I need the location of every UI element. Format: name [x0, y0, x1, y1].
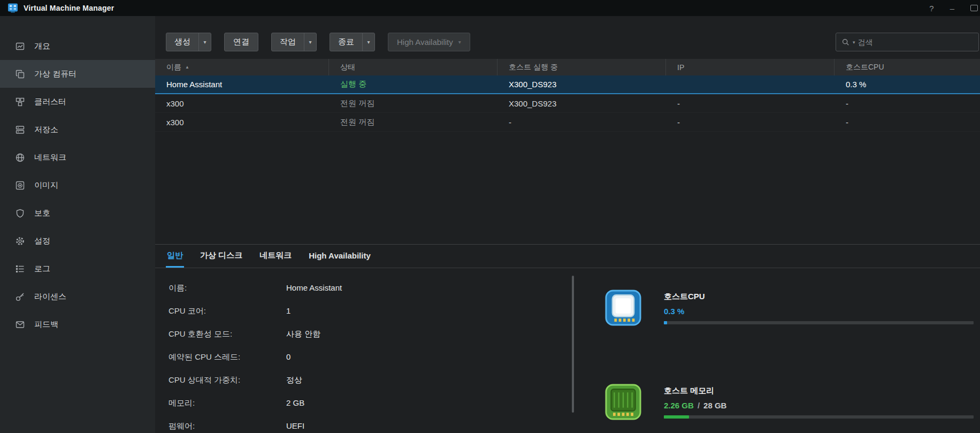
host-memory-progress-track: [664, 415, 974, 419]
sidebar-item-feedback[interactable]: 피드백: [0, 310, 155, 338]
table-header: 이름 ▲ 상태 호스트 실행 중 IP 호스트CPU: [155, 59, 980, 75]
table-row[interactable]: x300 전원 꺼짐 - - -: [155, 113, 980, 132]
search-scope-caret-icon[interactable]: ▾: [853, 40, 855, 45]
shutdown-button-label[interactable]: 종료: [330, 33, 362, 51]
table-row[interactable]: Home Assistant 실행 중 X300_DS923 0.3 %: [155, 75, 980, 94]
tab-network[interactable]: 네트워크: [258, 245, 293, 268]
sidebar-item-image[interactable]: 이미지: [0, 171, 155, 199]
sidebar-item-label: 클러스터: [34, 97, 66, 107]
topbar-actions: ? –: [929, 4, 973, 12]
field-reserved-cpu-threads: 예약된 CPU 스레드: 0: [169, 352, 559, 375]
sidebar-item-virtual-machine[interactable]: 가상 컴퓨터: [0, 60, 155, 88]
sidebar-item-overview[interactable]: 개요: [0, 32, 155, 60]
host-memory-card: 호스트 메모리 2.26 GB/28 GB: [603, 382, 974, 422]
host-memory-title: 호스트 메모리: [664, 386, 974, 396]
window-icon[interactable]: [970, 5, 978, 11]
sort-ascending-icon: ▲: [185, 65, 189, 70]
settings-icon: [15, 236, 25, 246]
high-availability-button-label: High Availability: [397, 37, 453, 47]
vm-host-cell: X300_DS923: [497, 75, 666, 93]
host-memory-progress-fill: [664, 415, 689, 419]
create-button[interactable]: 생성 ▾: [166, 33, 211, 51]
action-button-label[interactable]: 작업: [272, 33, 304, 51]
high-availability-caret-icon: ▾: [458, 39, 461, 45]
create-button-label[interactable]: 생성: [166, 33, 198, 51]
tab-high-availability[interactable]: High Availability: [308, 245, 372, 268]
tab-general[interactable]: 일반: [166, 245, 184, 268]
vm-name-cell: x300: [155, 113, 329, 131]
main-panel: 생성 ▾ 연결 작업 ▾ 종료 ▾ High Availability ▾ ▾ …: [155, 16, 980, 433]
host-memory-value: 2.26 GB/28 GB: [664, 401, 974, 410]
sidebar-item-log[interactable]: 로그: [0, 255, 155, 283]
host-cpu-info: 호스트CPU 0.3 %: [664, 287, 974, 328]
sidebar-item-license[interactable]: 라이센스: [0, 283, 155, 310]
column-header-host[interactable]: 호스트 실행 중: [497, 59, 666, 75]
column-header-host-cpu[interactable]: 호스트CPU: [834, 59, 980, 75]
tab-virtual-disk[interactable]: 가상 디스크: [199, 245, 243, 268]
table-row[interactable]: x300 전원 꺼짐 X300_DS923 - -: [155, 94, 980, 113]
virtual-machine-icon: [15, 69, 25, 79]
image-icon: [15, 180, 25, 191]
details-panel: 일반 가상 디스크 네트워크 High Availability 이름: Hom…: [155, 244, 980, 433]
vm-detail-fields: 이름: Home Assistant CPU 코어: 1 CPU 호환성 모드:…: [169, 283, 559, 433]
memory-total: 28 GB: [703, 401, 726, 410]
action-dropdown-caret-icon[interactable]: ▾: [304, 33, 316, 51]
column-header-ip[interactable]: IP: [666, 59, 834, 75]
sidebar-item-label: 네트워크: [34, 153, 66, 163]
overview-icon: [15, 41, 25, 51]
host-cpu-progress-track: [664, 321, 974, 324]
sidebar-item-network[interactable]: 네트워크: [0, 143, 155, 171]
help-icon[interactable]: ?: [929, 4, 933, 12]
vm-table: 이름 ▲ 상태 호스트 실행 중 IP 호스트CPU Home Assistan…: [155, 59, 980, 132]
feedback-icon: [15, 320, 25, 330]
sidebar-item-label: 피드백: [34, 320, 58, 330]
sidebar-item-label: 로그: [34, 264, 50, 274]
sidebar-item-cluster[interactable]: 클러스터: [0, 88, 155, 116]
memory-chip-icon: [603, 382, 644, 422]
topbar: Virtual Machine Manager ? –: [0, 0, 980, 16]
search-input[interactable]: [858, 38, 973, 47]
field-cpu-cores: CPU 코어: 1: [169, 306, 559, 329]
shutdown-button[interactable]: 종료 ▾: [330, 33, 375, 51]
shutdown-dropdown-caret-icon[interactable]: ▾: [362, 33, 374, 51]
search-box[interactable]: ▾: [836, 33, 979, 51]
create-dropdown-caret-icon[interactable]: ▾: [198, 33, 211, 51]
log-icon: [15, 264, 25, 274]
sidebar-item-protection[interactable]: 보호: [0, 199, 155, 227]
details-tabs: 일반 가상 디스크 네트워크 High Availability: [155, 245, 980, 268]
sidebar-item-settings[interactable]: 설정: [0, 227, 155, 255]
field-cpu-weight: CPU 상대적 가중치: 정상: [169, 375, 559, 398]
vm-host-cell: -: [497, 113, 666, 131]
vm-ip-cell: -: [666, 94, 834, 112]
vm-toolbar: 생성 ▾ 연결 작업 ▾ 종료 ▾ High Availability ▾ ▾: [166, 33, 980, 51]
cpu-chip-icon: [603, 287, 644, 328]
column-header-status[interactable]: 상태: [329, 59, 497, 75]
sidebar-item-label: 보호: [34, 208, 50, 218]
host-cpu-value: 0.3 %: [664, 307, 974, 316]
host-cpu-title: 호스트CPU: [664, 292, 974, 302]
vm-host-cpu-cell: -: [834, 94, 980, 112]
vm-host-cpu-cell: -: [834, 113, 980, 131]
app-logo-icon: [7, 3, 18, 13]
vm-name-cell: x300: [155, 94, 329, 112]
sidebar-item-storage[interactable]: 저장소: [0, 116, 155, 143]
vm-ip-cell: [666, 75, 834, 93]
connect-button[interactable]: 연결: [224, 33, 258, 51]
host-cpu-card: 호스트CPU 0.3 %: [603, 287, 974, 328]
field-cpu-compatibility: CPU 호환성 모드: 사용 안함: [169, 329, 559, 352]
app-title: Virtual Machine Manager: [24, 4, 114, 12]
action-button[interactable]: 작업 ▾: [271, 33, 317, 51]
sidebar: 개요 가상 컴퓨터 클러스터 저장소 네트워크 이미지 보호 설정: [0, 16, 155, 433]
details-scrollbar[interactable]: [572, 276, 574, 413]
connect-button-label: 연결: [233, 37, 249, 47]
field-firmware: 펌웨어: UEFI: [169, 421, 559, 433]
sidebar-item-label: 이미지: [34, 180, 58, 191]
column-header-name[interactable]: 이름 ▲: [155, 59, 329, 75]
host-cpu-progress-fill: [664, 321, 667, 324]
field-name: 이름: Home Assistant: [169, 283, 559, 306]
memory-separator: /: [698, 401, 700, 410]
minimize-icon[interactable]: –: [950, 4, 954, 12]
sidebar-item-label: 설정: [34, 236, 50, 246]
license-icon: [15, 292, 25, 302]
sidebar-item-label: 가상 컴퓨터: [34, 69, 76, 79]
